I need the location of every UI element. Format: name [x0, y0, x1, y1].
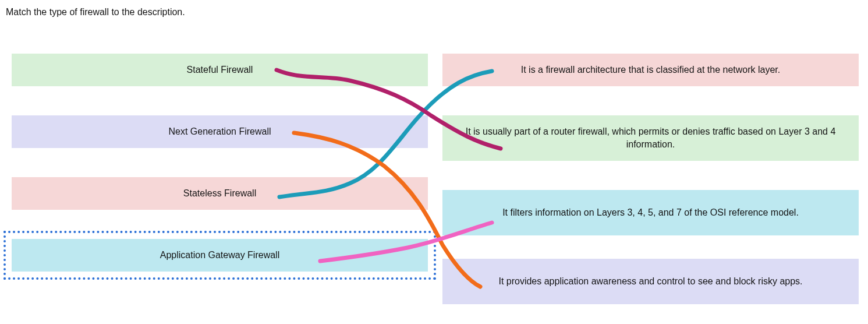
- right-item-label: It provides application awareness and co…: [498, 275, 802, 288]
- left-item-stateless[interactable]: Stateless Firewall: [12, 177, 428, 210]
- right-item-label: It is a firewall architecture that is cl…: [521, 64, 781, 76]
- left-item-label: Application Gateway Firewall: [160, 249, 279, 262]
- left-item-label: Stateful Firewall: [187, 64, 253, 76]
- right-item-label: It is usually part of a router firewall,…: [454, 125, 847, 150]
- left-item-label: Stateless Firewall: [183, 187, 256, 200]
- left-item-nextgen[interactable]: Next Generation Firewall: [12, 115, 428, 148]
- left-item-label: Next Generation Firewall: [168, 125, 271, 138]
- right-item-arch-net-layer[interactable]: It is a firewall architecture that is cl…: [442, 54, 859, 86]
- left-item-appgw[interactable]: Application Gateway Firewall: [12, 239, 428, 272]
- left-item-stateful[interactable]: Stateful Firewall: [12, 54, 428, 86]
- right-item-layers-3457[interactable]: It filters information on Layers 3, 4, 5…: [442, 190, 859, 235]
- right-item-app-awareness[interactable]: It provides application awareness and co…: [442, 259, 859, 304]
- right-item-router-l3l4[interactable]: It is usually part of a router firewall,…: [442, 115, 859, 161]
- matching-stage: Stateful Firewall Next Generation Firewa…: [0, 17, 868, 321]
- question-prompt: Match the type of firewall to the descri…: [0, 0, 868, 17]
- right-item-label: It filters information on Layers 3, 4, 5…: [502, 206, 799, 219]
